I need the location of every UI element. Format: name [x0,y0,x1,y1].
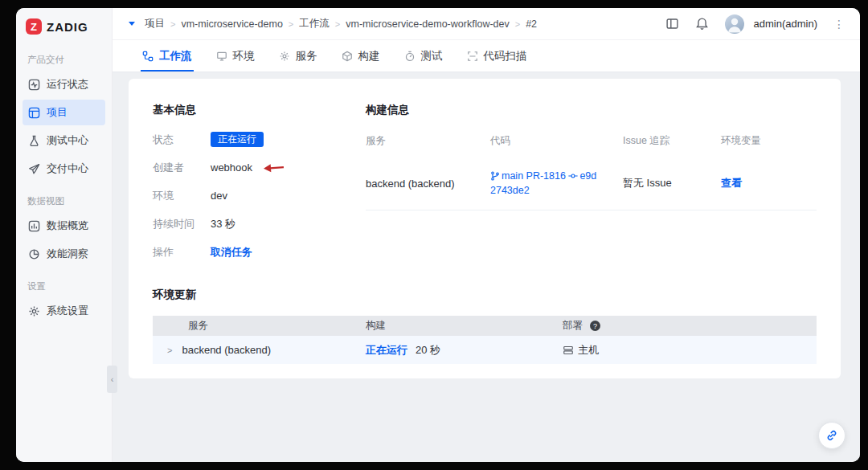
creator-value: webhook [211,161,252,174]
col-build: 构建 [366,319,563,333]
sidebar-item-insight[interactable]: 效能洞察 [23,241,105,267]
env-row-build-status-link[interactable]: 正在运行 [366,343,407,358]
env-row: 环境 dev [153,187,366,204]
share-link-button[interactable] [818,422,845,449]
cube-icon [342,51,353,62]
sidebar-item-projects[interactable]: 项目 [23,100,105,125]
env-row-deploy-type: 主机 [578,343,599,358]
creator-label: 创建者 [153,161,211,175]
breadcrumb-task-number: #2 [526,18,537,30]
pulse-icon [28,79,40,91]
basic-info-section: 基本信息 状态 正在运行 创建者 webhook [153,103,366,272]
tab-workflow[interactable]: 工作流 [130,40,204,72]
user-avatar[interactable] [725,14,744,34]
sidebar-item-label: 测试中心 [47,133,88,148]
env-table-row[interactable]: > backend (backend) 正在运行 20 秒 主机 [153,336,817,364]
topbar-right: admin(admin) ⋮ [665,14,845,34]
scan-icon [467,51,478,62]
build-table-row: backend (backend) main PR-1816 e9d2743de… [366,158,817,210]
tab-test[interactable]: 测试 [392,40,455,72]
build-service: backend (backend) [366,178,490,190]
env-update-section: 环境更新 服务 构建 部署 ? > backend (backend) [153,288,817,364]
build-info-section: 构建信息 服务 代码 Issue 追踪 环境变量 backend (backen… [366,103,817,272]
host-icon [563,345,574,356]
env-update-title: 环境更新 [153,288,817,302]
sidebar-item-system-settings[interactable]: 系统设置 [23,298,105,324]
cancel-task-link[interactable]: 取消任务 [211,245,252,260]
build-table: 服务 代码 Issue 追踪 环境变量 backend (backend) ma… [366,131,817,210]
expand-chevron-icon[interactable]: > [167,345,172,355]
breadcrumb-workflow-name[interactable]: vm-microservice-demo-workflow-dev [346,18,510,30]
sidebar-collapse-handle[interactable]: ‹ [107,366,117,393]
duration-row: 持续时间 33 秒 [153,215,366,232]
branch-link[interactable]: main PR-1816 [502,170,566,182]
action-row: 操作 取消任务 [153,243,366,260]
status-row: 状态 正在运行 [153,131,366,148]
sidebar-item-label: 数据概览 [47,219,88,233]
username[interactable]: admin(admin) [754,18,817,30]
content-area: 基本信息 状态 正在运行 创建者 webhook [113,72,860,462]
pie-chart-icon [28,248,40,260]
breadcrumb-separator: > [515,19,520,29]
basic-info-title: 基本信息 [153,103,366,117]
flask-icon [28,135,40,147]
task-detail-card: 基本信息 状态 正在运行 创建者 webhook [129,79,841,378]
sidebar-item-test-center[interactable]: 测试中心 [23,128,105,153]
brand-name: ZADIG [47,20,88,34]
sidebar-section-delivery: 产品交付 [16,43,112,69]
build-code-cell: main PR-1816 e9d2743de2 [490,169,623,198]
col-envvar: 环境变量 [721,134,817,148]
env-value: dev [211,190,227,202]
breadcrumb-separator: > [170,19,175,29]
breadcrumb-project-name[interactable]: vm-microservice-demo [181,18,282,30]
bell-icon[interactable] [695,17,709,31]
tab-env[interactable]: 环境 [204,40,267,72]
service-gear-icon [279,51,290,62]
project-selector-caret-icon[interactable] [129,22,135,26]
sidebar-section-settings: 设置 [16,269,112,296]
env-row-build-duration: 20 秒 [416,343,440,358]
link-icon [825,429,838,442]
breadcrumb-projects[interactable]: 项目 [145,17,165,31]
plane-icon [28,163,40,175]
duration-value: 33 秒 [211,217,235,231]
status-badge: 正在运行 [211,132,264,147]
panel-icon[interactable] [665,17,679,31]
col-issue: Issue 追踪 [623,134,721,148]
monitor-icon [216,51,227,62]
action-label: 操作 [153,245,211,260]
sidebar-item-label: 系统设置 [47,304,88,318]
build-table-header: 服务 代码 Issue 追踪 环境变量 [366,131,817,158]
main-area: 项目 > vm-microservice-demo > 工作流 > vm-mic… [113,8,860,462]
env-table-header: 服务 构建 部署 ? [153,316,817,336]
sidebar-item-label: 交付中心 [47,161,88,176]
topbar: 项目 > vm-microservice-demo > 工作流 > vm-mic… [113,8,860,40]
tab-label: 工作流 [159,49,192,63]
col-code: 代码 [490,134,623,148]
breadcrumb-separator: > [335,19,340,29]
view-envvar-link[interactable]: 查看 [721,177,742,189]
more-menu-icon[interactable]: ⋮ [833,18,845,31]
sidebar-item-data-overview[interactable]: 数据概览 [23,213,105,239]
build-info-title: 构建信息 [366,103,817,117]
gear-icon [28,305,40,317]
env-label: 环境 [153,189,211,203]
tab-service[interactable]: 服务 [267,40,330,72]
tab-label: 服务 [296,49,317,63]
tab-build[interactable]: 构建 [330,40,392,72]
git-commit-icon [568,171,578,181]
issue-cell: 暂无 Issue [623,176,721,190]
sidebar-item-label: 效能洞察 [47,247,88,261]
brand-logo[interactable]: Z ZADIG [16,8,112,43]
sidebar-section-data: 数据视图 [16,184,112,210]
sidebar-item-delivery-center[interactable]: 交付中心 [23,156,105,182]
gauge-icon [404,51,416,62]
deploy-help-icon[interactable]: ? [590,321,600,331]
tab-code-scan[interactable]: 代码扫描 [455,40,539,72]
col-service: 服务 [153,319,208,333]
desktop: { "brand": { "name": "ZADIG" }, "sidebar… [0,0,868,470]
sidebar-item-run-status[interactable]: 运行状态 [23,72,105,97]
bar-chart-icon [28,220,40,232]
breadcrumb-workflows[interactable]: 工作流 [299,17,330,31]
col-deploy: 部署 [563,319,583,333]
